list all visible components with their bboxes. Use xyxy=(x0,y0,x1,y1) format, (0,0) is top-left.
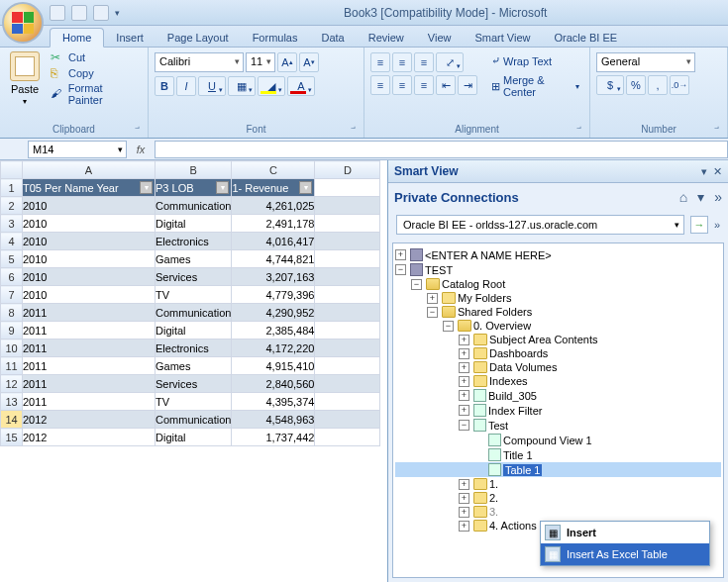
cell[interactable]: Digital xyxy=(156,215,232,233)
tree-node[interactable]: 3. xyxy=(489,506,498,518)
cell[interactable]: Communication xyxy=(156,304,232,322)
collapse-icon[interactable]: − xyxy=(395,264,406,275)
cell[interactable] xyxy=(315,215,380,233)
align-top-button[interactable]: ≡ xyxy=(370,52,390,72)
merge-center-button[interactable]: ⊞Merge & Center▾ xyxy=(487,72,583,100)
home-icon[interactable]: ⌂ xyxy=(679,189,687,205)
align-center-button[interactable]: ≡ xyxy=(392,75,412,95)
orientation-button[interactable]: ⤢ xyxy=(436,52,464,72)
expand-icon[interactable]: + xyxy=(459,362,469,373)
tab-home[interactable]: Home xyxy=(50,28,104,48)
tree-node[interactable]: TEST xyxy=(425,264,453,276)
formula-input[interactable] xyxy=(155,141,728,158)
cell[interactable]: 4,290,952 xyxy=(232,304,315,322)
cell[interactable]: 2010 xyxy=(23,250,156,268)
cell[interactable]: 2,491,178 xyxy=(232,215,315,233)
cell[interactable] xyxy=(315,233,380,250)
cell[interactable]: 4,548,963 xyxy=(232,411,315,429)
align-right-button[interactable]: ≡ xyxy=(414,75,434,95)
qat-save-icon[interactable] xyxy=(50,5,65,21)
currency-button[interactable]: $ xyxy=(596,75,624,95)
filter-dropdown-icon[interactable]: ▾ xyxy=(140,181,153,194)
row-header[interactable]: 11 xyxy=(1,357,23,375)
cell[interactable] xyxy=(315,197,380,215)
tab-oracle-bi-ee[interactable]: Oracle BI EE xyxy=(543,29,630,47)
tree-node[interactable]: 1. xyxy=(489,478,498,490)
chevron-down-icon[interactable]: ▾ xyxy=(697,189,704,205)
table-header-cell[interactable]: P3 LOB▾ xyxy=(156,179,232,197)
qat-redo-icon[interactable] xyxy=(93,5,109,21)
expand-icon[interactable]: + xyxy=(459,405,469,416)
cut-button[interactable]: Cut xyxy=(48,49,142,65)
font-name-combo[interactable]: Calibri xyxy=(155,52,244,72)
cell[interactable]: TV xyxy=(156,393,232,411)
cell[interactable] xyxy=(315,250,380,268)
qat-undo-icon[interactable] xyxy=(71,5,87,21)
row-header[interactable]: 12 xyxy=(1,375,23,393)
name-box[interactable]: M14 xyxy=(28,141,127,158)
tree-node[interactable]: Subject Area Contents xyxy=(489,334,597,345)
col-header-b[interactable]: B xyxy=(156,161,232,179)
col-header-d[interactable]: D xyxy=(315,161,380,179)
pane-close-icon[interactable]: ✕ xyxy=(713,165,722,178)
tab-smart-view[interactable]: Smart View xyxy=(463,29,542,47)
expand-icon[interactable]: + xyxy=(459,521,469,532)
cell[interactable]: 2012 xyxy=(23,429,156,446)
tab-review[interactable]: Review xyxy=(357,29,416,47)
cell[interactable] xyxy=(315,429,380,446)
tree-node[interactable]: Shared Folders xyxy=(458,306,532,318)
connection-combo[interactable]: Oracle BI EE - orldss-127.us.oracle.com xyxy=(396,215,684,235)
border-button[interactable]: ▦ xyxy=(228,76,256,96)
align-middle-button[interactable]: ≡ xyxy=(392,52,412,72)
filter-dropdown-icon[interactable]: ▾ xyxy=(299,181,312,194)
expand-icon[interactable]: + xyxy=(427,293,438,304)
expand-icon[interactable]: + xyxy=(459,493,469,504)
chevron-right-icon[interactable]: » xyxy=(714,219,720,231)
number-format-combo[interactable]: General xyxy=(596,52,695,72)
row-header[interactable]: 6 xyxy=(1,268,23,286)
tree-node[interactable]: <ENTER A NAME HERE> xyxy=(425,249,552,261)
row-header[interactable]: 14 xyxy=(1,411,23,429)
cell[interactable]: Services xyxy=(156,268,232,286)
tree-node[interactable]: 2. xyxy=(489,492,498,504)
format-painter-button[interactable]: Format Painter xyxy=(48,81,142,107)
cell[interactable]: Communication xyxy=(156,411,232,429)
col-header-c[interactable]: C xyxy=(232,161,315,179)
tree-node[interactable]: Compound View 1 xyxy=(503,435,592,446)
cell[interactable]: Communication xyxy=(156,197,232,215)
italic-button[interactable]: I xyxy=(176,76,196,96)
select-all-corner[interactable] xyxy=(1,161,23,179)
percent-button[interactable]: % xyxy=(626,75,646,95)
cell[interactable] xyxy=(315,322,380,340)
comma-button[interactable]: , xyxy=(648,75,668,95)
align-bottom-button[interactable]: ≡ xyxy=(414,52,434,72)
cell[interactable]: 2010 xyxy=(23,233,156,250)
tab-page-layout[interactable]: Page Layout xyxy=(156,29,241,47)
font-color-button[interactable]: A xyxy=(287,76,315,96)
cell[interactable]: Games xyxy=(156,250,232,268)
row-header[interactable]: 13 xyxy=(1,393,23,411)
font-size-combo[interactable]: 11 xyxy=(246,52,275,72)
cell[interactable]: 2,385,484 xyxy=(232,322,315,340)
cell[interactable]: Electronics xyxy=(156,233,232,250)
tab-formulas[interactable]: Formulas xyxy=(241,29,310,47)
cell[interactable]: 2011 xyxy=(23,393,156,411)
cell[interactable]: 2010 xyxy=(23,197,156,215)
cell[interactable]: Electronics xyxy=(156,340,232,357)
row-header[interactable]: 15 xyxy=(1,429,23,446)
cell[interactable]: Digital xyxy=(156,429,232,446)
cell[interactable]: 4,261,025 xyxy=(232,197,315,215)
row-header[interactable]: 7 xyxy=(1,286,23,304)
cell[interactable] xyxy=(315,393,380,411)
align-left-button[interactable]: ≡ xyxy=(370,75,390,95)
wrap-text-button[interactable]: ⤶Wrap Text xyxy=(487,52,583,69)
expand-icon[interactable]: + xyxy=(395,249,406,260)
cell[interactable]: 2010 xyxy=(23,268,156,286)
context-menu-insert[interactable]: ▦Insert xyxy=(541,522,709,543)
cell[interactable]: 4,744,821 xyxy=(232,250,315,268)
cell[interactable]: 1,737,442 xyxy=(232,429,315,446)
tree-node[interactable]: My Folders xyxy=(458,292,511,304)
collapse-icon[interactable]: − xyxy=(427,307,438,318)
filter-dropdown-icon[interactable]: ▾ xyxy=(216,181,229,194)
increase-decimal-button[interactable]: .0→ xyxy=(670,75,689,95)
